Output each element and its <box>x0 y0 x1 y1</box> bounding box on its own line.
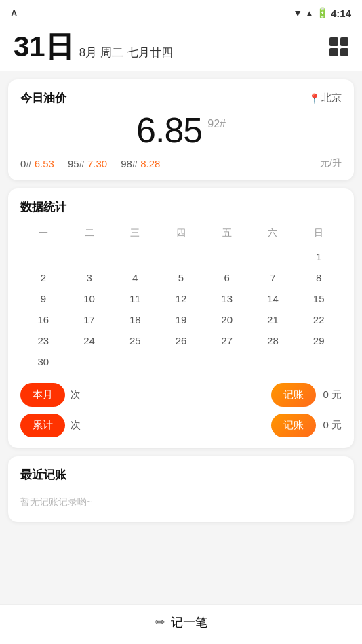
sub-price-98: 98# 8.28 <box>121 158 160 169</box>
stats-row-cumulative: 累计 次 记账 0 元 <box>20 414 342 437</box>
calendar: 一 二 三 四 五 六 日 1 2 3 4 <box>20 224 342 372</box>
stats-left-monthly: 本月 次 <box>20 383 81 407</box>
sub-grade-0: 0# <box>20 158 32 169</box>
cal-cell-empty <box>66 246 113 267</box>
cal-day-13: 13 <box>204 288 250 309</box>
cal-cell-empty <box>66 351 113 372</box>
cal-cell-empty <box>20 246 66 267</box>
cal-cell-empty <box>158 351 204 372</box>
cal-cell-empty <box>250 351 296 372</box>
month-record-btn[interactable]: 记账 <box>271 383 316 407</box>
date-info: 8月 周二 七月廿四 <box>79 45 173 60</box>
location: 📍 北京 <box>308 92 342 104</box>
main-price-value: 6.85 <box>136 110 202 150</box>
battery-icon: 🔋 <box>317 7 328 18</box>
signal-icon: ▲ <box>305 8 314 18</box>
sub-price-95: 95# 7.30 <box>68 158 107 169</box>
sub-price-0: 0# 6.53 <box>20 158 54 169</box>
cal-day-14: 14 <box>250 288 296 309</box>
cal-day-11: 11 <box>112 288 158 309</box>
stats-right-monthly: 记账 0 元 <box>271 383 342 407</box>
cal-day-5: 5 <box>158 267 204 288</box>
sub-val-95: 7.30 <box>87 158 107 169</box>
cal-day-4: 4 <box>112 267 158 288</box>
oil-sub-prices: 0# 6.53 95# 7.30 98# 8.28 元/升 <box>20 157 342 169</box>
status-left-label: A <box>11 8 17 18</box>
grid-cell-3 <box>329 48 338 57</box>
stats-row-monthly: 本月 次 记账 0 元 <box>20 383 342 407</box>
cal-cell-empty <box>204 351 250 372</box>
stats-bottom: 本月 次 记账 0 元 累计 次 记账 0 元 <box>20 383 342 437</box>
cal-cell-empty <box>204 246 250 267</box>
cal-day-6: 6 <box>204 267 250 288</box>
cal-day-21: 21 <box>250 309 296 330</box>
cumulative-label-btn[interactable]: 累计 <box>20 414 65 437</box>
cal-day-2: 2 <box>20 267 66 288</box>
weekday-fri: 五 <box>204 224 250 242</box>
cumulative-count: 次 <box>71 419 81 432</box>
date-day: 31日 <box>14 33 74 61</box>
cumulative-record-btn[interactable]: 记账 <box>271 414 316 437</box>
month-amount: 0 元 <box>323 388 342 401</box>
cal-day-1: 1 <box>296 246 342 267</box>
grid-icon[interactable] <box>329 37 348 56</box>
cal-day-3: 3 <box>66 267 113 288</box>
sub-grade-98: 98# <box>121 158 138 169</box>
cal-day-20: 20 <box>204 309 250 330</box>
cal-day-19: 19 <box>158 309 204 330</box>
weekday-sat: 六 <box>250 224 296 242</box>
bottom-bar[interactable]: ✏ 记一笔 <box>0 604 362 644</box>
cal-day-29: 29 <box>296 330 342 351</box>
stats-right-cumulative: 记账 0 元 <box>271 414 342 437</box>
status-right: ▼ ▲ 🔋 4:14 <box>293 7 351 19</box>
recent-records-card: 最近记账 暂无记账记录哟~ <box>8 456 354 522</box>
header: 31日 8月 周二 七月廿四 <box>0 24 362 71</box>
sub-prices-left: 0# 6.53 95# 7.30 98# 8.28 <box>20 158 160 169</box>
cal-day-24: 24 <box>66 330 113 351</box>
grid-cell-2 <box>340 37 349 46</box>
month-count: 次 <box>71 388 81 401</box>
cal-day-23: 23 <box>20 330 66 351</box>
cal-day-27: 27 <box>204 330 250 351</box>
content-area: 今日油价 📍 北京 6.85 92# 0# 6.53 95# 7.30 <box>0 79 362 578</box>
grid-cell-1 <box>329 37 338 46</box>
location-name: 北京 <box>321 92 342 104</box>
cal-day-28: 28 <box>250 330 296 351</box>
month-label-btn[interactable]: 本月 <box>20 383 65 407</box>
grid-cell-4 <box>340 48 349 57</box>
cal-day-18: 18 <box>112 309 158 330</box>
cal-day-9: 9 <box>20 288 66 309</box>
cumulative-amount: 0 元 <box>323 419 342 432</box>
oil-title: 今日油价 <box>20 90 66 106</box>
cal-day-17: 17 <box>66 309 113 330</box>
cal-day-22: 22 <box>296 309 342 330</box>
cal-cell-empty <box>296 351 342 372</box>
unit-text: 元/升 <box>320 157 342 169</box>
cal-cell-empty <box>250 246 296 267</box>
weekday-sun: 日 <box>296 224 342 242</box>
cal-day-25: 25 <box>112 330 158 351</box>
main-price-grade: 92# <box>207 118 226 130</box>
stats-card: 数据统计 一 二 三 四 五 六 日 1 2 <box>8 188 354 448</box>
time-display: 4:14 <box>331 7 351 19</box>
sub-grade-95: 95# <box>68 158 85 169</box>
weekday-mon: 一 <box>20 224 66 242</box>
empty-hint: 暂无记账记录哟~ <box>20 491 342 511</box>
location-pin-icon: 📍 <box>308 93 320 104</box>
recent-title: 最近记账 <box>20 467 342 483</box>
stats-left-cumulative: 累计 次 <box>20 414 81 437</box>
cal-day-12: 12 <box>158 288 204 309</box>
sub-val-0: 6.53 <box>35 158 54 169</box>
oil-price-card: 今日油价 📍 北京 6.85 92# 0# 6.53 95# 7.30 <box>8 79 354 180</box>
weekday-wed: 三 <box>112 224 158 242</box>
cal-cell-empty <box>112 246 158 267</box>
cal-day-26: 26 <box>158 330 204 351</box>
wifi-icon: ▼ <box>293 7 302 18</box>
cal-cell-empty <box>158 246 204 267</box>
cal-day-7: 7 <box>250 267 296 288</box>
calendar-body: 1 2 3 4 5 6 7 8 9 10 11 12 13 14 15 16 1… <box>20 246 342 372</box>
cal-day-8: 8 <box>296 267 342 288</box>
cal-cell-empty <box>112 351 158 372</box>
cal-day-30: 30 <box>20 351 66 372</box>
cal-day-15: 15 <box>296 288 342 309</box>
